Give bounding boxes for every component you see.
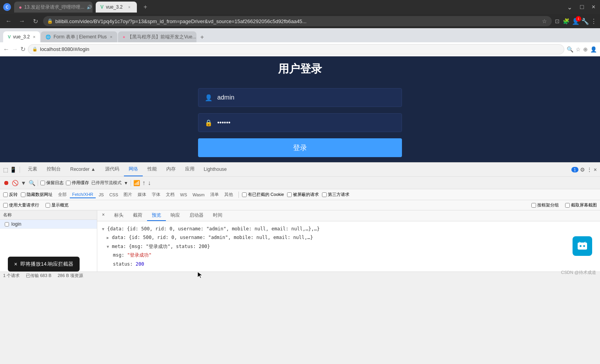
- clear-button[interactable]: 🚫: [12, 180, 18, 186]
- throttle-arrow[interactable]: ▼: [124, 181, 128, 185]
- request-row-check[interactable]: [5, 222, 9, 226]
- extension-icon[interactable]: 🧩: [562, 17, 570, 25]
- blocked-cookie-check[interactable]: [242, 192, 247, 197]
- outer-tab-2-label: vue_3.2: [106, 4, 123, 10]
- filter-font[interactable]: 字体: [149, 191, 163, 198]
- devtools-tab-lighthouse[interactable]: Lighthouse: [199, 163, 232, 176]
- network-options-bar: 使用大量请求行 显示概览 按框架分组 截取屏幕截图: [0, 200, 600, 210]
- frame-group-check[interactable]: [531, 203, 536, 208]
- search-icon[interactable]: 🔍: [29, 180, 35, 186]
- record-button[interactable]: ⏺: [3, 179, 9, 187]
- devtools-settings-icon[interactable]: ⚙: [580, 167, 585, 173]
- json-meta-row[interactable]: ▼ meta: {msg: "登录成功", status: 200}: [100, 242, 597, 251]
- detail-tab-payload[interactable]: 截荷: [128, 210, 147, 221]
- detail-tab-response[interactable]: 响应: [166, 210, 185, 221]
- json-data-row[interactable]: ▶ data: {id: 500, rid: 0, username: "adm…: [100, 233, 597, 242]
- username-input[interactable]: [217, 94, 395, 101]
- export-icon[interactable]: ↓: [148, 179, 151, 187]
- large-rows-check[interactable]: [3, 203, 8, 208]
- third-party-check[interactable]: [322, 192, 327, 197]
- devtools-tab-application[interactable]: 应用: [180, 163, 199, 176]
- puzzle-icon[interactable]: 🔧: [581, 18, 589, 25]
- request-login-row[interactable]: login: [0, 220, 97, 229]
- inner-profile-icon[interactable]: 👤: [590, 46, 597, 53]
- show-overview-label: 显示概览: [45, 202, 69, 208]
- inner-address-url[interactable]: localhost:8080/#/login: [40, 46, 560, 52]
- devtools-tab-elements[interactable]: 元素: [23, 163, 42, 176]
- more-icon[interactable]: ⋮: [591, 18, 597, 25]
- filter-all[interactable]: 全部: [56, 191, 69, 198]
- maximize-button[interactable]: □: [578, 2, 585, 12]
- password-input[interactable]: [217, 119, 395, 126]
- show-overview-check[interactable]: [45, 203, 50, 208]
- toast-close-button[interactable]: ×: [14, 261, 17, 267]
- filter-other[interactable]: 其他: [222, 191, 235, 198]
- outer-tab-1[interactable]: ● 13.发起登录请求_哔哩哔哩... 🔊 ×: [14, 2, 93, 13]
- username-input-group: 👤: [198, 88, 402, 107]
- inner-search-icon[interactable]: 🔍: [567, 46, 573, 53]
- inner-forward-button[interactable]: →: [12, 46, 18, 53]
- filter-doc[interactable]: 文档: [164, 191, 177, 198]
- screenshot-check[interactable]: [565, 203, 570, 208]
- devtools-device-icon[interactable]: 📱: [10, 167, 16, 173]
- devtools-tab-network[interactable]: 网络: [124, 163, 143, 176]
- devtools-close-icon[interactable]: ×: [594, 167, 597, 173]
- filter-media[interactable]: 媒体: [135, 191, 149, 198]
- filter-js[interactable]: JS: [96, 192, 106, 198]
- wifi-icon[interactable]: 📶: [133, 180, 140, 186]
- filter-css[interactable]: CSS: [107, 192, 121, 198]
- disable-cache-check[interactable]: [66, 181, 71, 185]
- inner-tab-2[interactable]: 🌐 Form 表单 | Element Plus ×: [41, 31, 117, 42]
- preserve-log-check[interactable]: [40, 181, 45, 185]
- blocked-req-check[interactable]: [287, 192, 292, 197]
- reload-button[interactable]: ↻: [30, 16, 41, 27]
- filter-ws[interactable]: WS: [178, 192, 189, 198]
- filter-img[interactable]: 图片: [121, 191, 135, 198]
- devtools-tab-sources[interactable]: 源代码: [100, 163, 124, 176]
- cast-icon[interactable]: ⊡: [554, 17, 560, 25]
- detail-tab-timing[interactable]: 时间: [208, 210, 227, 221]
- devtools-more-icon[interactable]: ⋮: [587, 167, 592, 173]
- json-root[interactable]: ▼ {data: {id: 500, rid: 0, username: "ad…: [100, 225, 597, 233]
- devtools-inspect-icon[interactable]: ⬚: [3, 167, 8, 173]
- filter-icon[interactable]: ▼: [21, 180, 26, 186]
- back-button[interactable]: ←: [3, 16, 14, 26]
- outer-tab-2[interactable]: V vue_3.2 ×: [96, 2, 137, 13]
- new-tab-button[interactable]: +: [140, 2, 151, 13]
- preserve-log-label: 保留日志: [40, 180, 64, 186]
- filter-fetch-xhr[interactable]: Fetch/XHR: [70, 191, 96, 198]
- detail-tab-close[interactable]: ×: [97, 210, 109, 221]
- filter-wasm[interactable]: Wasm: [190, 192, 207, 198]
- devtools-tab-console[interactable]: 控制台: [42, 163, 65, 176]
- svg-point-1: [580, 245, 582, 247]
- inner-zoom-icon[interactable]: ⊕: [583, 46, 588, 53]
- inner-new-tab-button[interactable]: +: [197, 32, 207, 42]
- inner-back-button[interactable]: ←: [3, 46, 9, 53]
- detail-tab-initiator[interactable]: 启动器: [185, 210, 208, 221]
- detail-tab-preview[interactable]: 预览: [147, 210, 166, 221]
- inner-bookmark-icon[interactable]: ☆: [576, 46, 581, 53]
- inner-tab-1-close[interactable]: ×: [33, 34, 35, 39]
- filter-manifest[interactable]: 清单: [208, 191, 221, 198]
- import-icon[interactable]: ↑: [142, 179, 145, 187]
- invert-check[interactable]: [3, 192, 8, 197]
- login-button[interactable]: 登录: [198, 138, 402, 157]
- outer-tab-2-close[interactable]: ×: [127, 4, 132, 10]
- detail-tab-headers[interactable]: 标头: [109, 210, 128, 221]
- close-button[interactable]: ×: [590, 2, 597, 12]
- hide-data-check[interactable]: [21, 192, 25, 197]
- forward-button[interactable]: →: [16, 16, 27, 26]
- devtools-tab-performance[interactable]: 性能: [143, 163, 162, 176]
- devtools-tab-memory[interactable]: 内存: [162, 163, 180, 176]
- bookmark-icon[interactable]: ☆: [541, 17, 548, 25]
- inner-reload-button[interactable]: ↻: [20, 45, 25, 53]
- address-url[interactable]: bilibili.com/video/BV1pq4y1c7oy/?p=13&sp…: [55, 18, 539, 24]
- bilibili-floating-logo[interactable]: [573, 236, 592, 256]
- minimize-button[interactable]: ⌄: [565, 2, 574, 13]
- inner-tab-1[interactable]: V vue_3.2 ×: [3, 31, 40, 42]
- large-rows-label: 使用大量请求行: [3, 202, 39, 208]
- inner-tab-2-close[interactable]: ×: [110, 34, 112, 39]
- devtools-tab-recorder[interactable]: Recorder ▲: [65, 163, 100, 176]
- inner-tab-3[interactable]: ● 【黑马程序员】前端开发之Vue... ×: [118, 31, 196, 42]
- json-preview-content: ▼ {data: {id: 500, rid: 0, username: "ad…: [97, 221, 600, 272]
